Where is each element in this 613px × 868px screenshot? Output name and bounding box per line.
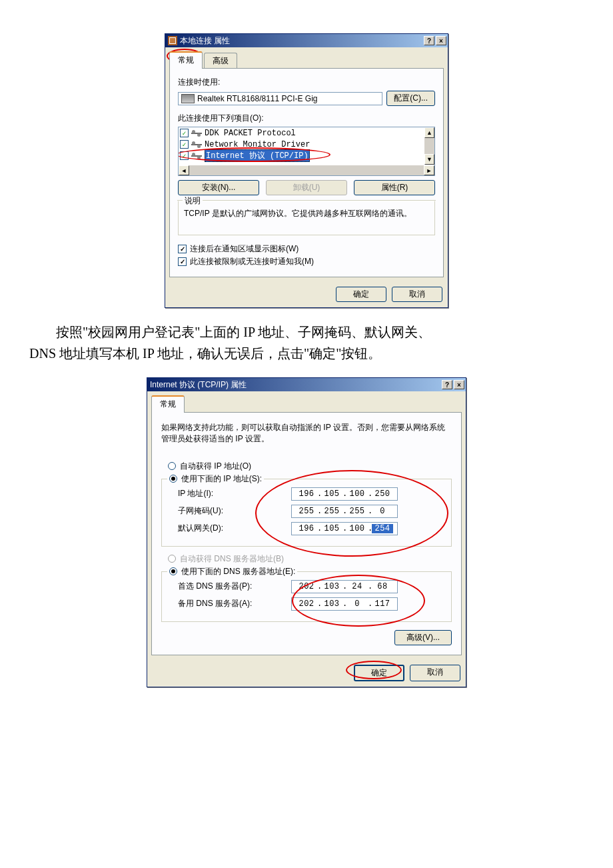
show-icon-checkbox[interactable]: 连接后在通知区域显示图标(W) [178,243,435,255]
dialog-title: Internet 协议 (TCP/IP) 属性 [150,379,442,391]
nic-icon [181,94,195,103]
protocol-icon [191,129,202,138]
connect-using-label: 连接时使用: [178,77,435,88]
alternate-dns-row: 备用 DNS 服务器(A): 202. 103. 0. 117 [178,597,446,611]
cancel-button[interactable]: 取消 [410,665,460,681]
vertical-scrollbar[interactable]: ▲ ▼ [424,127,434,165]
cancel-button[interactable]: 取消 [392,287,442,302]
adapter-field: Realtek RTL8168/8111 PCI-E Gig [178,92,382,105]
description-text: 如果网络支持此功能，则可以获取自动指派的 IP 设置。否则，您需要从网络系统管理… [161,422,452,445]
radio-icon[interactable] [169,567,177,575]
tab-strip: 常规 高级 [165,47,448,69]
ok-button[interactable]: 确定 [336,287,386,302]
tab-body-general: 如果网络支持此功能，则可以获取自动指派的 IP 设置。否则，您需要从网络系统管理… [151,412,462,655]
description-text: TCP/IP 是默认的广域网协议。它提供跨越多种互联网络的通讯。 [184,208,429,231]
radio-icon[interactable] [169,475,177,483]
list-item-selected[interactable]: Internet 协议 (TCP/IP) [179,150,424,161]
radio-icon[interactable] [168,462,176,470]
adapter-name: Realtek RTL8168/8111 PCI-E Gig [197,94,318,103]
dialog-title: 本地连接 属性 [180,35,424,47]
uninstall-button: 卸载(U) [266,180,347,195]
scroll-up-icon[interactable]: ▲ [424,127,434,138]
close-button[interactable]: × [436,36,446,45]
subnet-mask-input[interactable]: 255. 255. 255. 0 [291,505,398,518]
preferred-dns-input[interactable]: 202. 103. 24. 68 [291,580,398,593]
connection-icon [168,36,177,45]
checkbox-icon[interactable] [178,245,187,253]
protocol-icon [191,140,202,149]
list-item[interactable]: Network Monitor Driver [179,139,424,150]
preferred-dns-row: 首选 DNS 服务器(P): 202. 103. 24. 68 [178,580,446,593]
ok-button[interactable]: 确定 [354,665,404,681]
titlebar: 本地连接 属性 ? × [165,34,448,47]
help-button[interactable]: ? [424,36,434,45]
items-listbox-container: DDK PACKET Protocol Network Monitor Driv… [178,127,435,176]
horizontal-scrollbar[interactable]: ◄ ► [179,165,434,175]
close-button[interactable]: × [454,380,464,389]
tab-strip: 常规 [147,391,466,413]
tcpip-properties-dialog: Internet 协议 (TCP/IP) 属性 ? × 常规 如果网络支持此功能… [147,377,466,687]
items-label: 此连接使用下列项目(O): [178,113,435,124]
tab-general[interactable]: 常规 [151,395,185,413]
scroll-right-icon[interactable]: ► [424,165,434,175]
configure-button[interactable]: 配置(C)... [386,91,435,106]
radio-use-ip[interactable]: 使用下面的 IP 地址(S): [167,473,264,485]
checkbox-icon[interactable] [180,129,189,137]
radio-auto-ip[interactable]: 自动获得 IP 地址(O) [168,461,452,472]
dns-settings-group: 使用下面的 DNS 服务器地址(E): 首选 DNS 服务器(P): 202. … [161,571,452,622]
checkbox-icon[interactable] [180,151,189,160]
install-button[interactable]: 安装(N)... [178,180,259,195]
instruction-text: 按照"校园网用户登记表"上面的 IP 地址、子网掩码、默认网关、 DNS 地址填… [29,321,584,364]
gateway-input[interactable]: 196. 105. 100. 254 [291,522,398,535]
notify-checkbox[interactable]: 此连接被限制或无连接时通知我(M) [178,256,435,267]
items-listbox[interactable]: DDK PACKET Protocol Network Monitor Driv… [179,127,424,165]
gateway-row: 默认网关(D): 196. 105. 100. 254 [178,522,446,535]
radio-icon [168,555,176,563]
ip-address-row: IP 地址(I): 196. 105. 100. 250 [178,487,446,501]
advanced-button[interactable]: 高级(V)... [394,630,452,645]
subnet-mask-row: 子网掩码(U): 255. 255. 255. 0 [178,505,446,518]
checkbox-icon[interactable] [180,140,189,149]
alternate-dns-input[interactable]: 202. 103. 0. 117 [291,597,398,611]
help-button[interactable]: ? [442,380,452,389]
protocol-icon [191,151,202,161]
radio-auto-dns: 自动获得 DNS 服务器地址(B) [168,553,452,565]
radio-use-dns[interactable]: 使用下面的 DNS 服务器地址(E): [167,566,297,577]
titlebar: Internet 协议 (TCP/IP) 属性 ? × [147,378,466,391]
description-legend: 说明 [183,195,203,207]
scroll-down-icon[interactable]: ▼ [424,154,434,165]
tab-general[interactable]: 常规 [169,51,203,69]
tab-body-general: 连接时使用: Realtek RTL8168/8111 PCI-E Gig 配置… [169,68,444,277]
description-group: 说明 TCP/IP 是默认的广域网协议。它提供跨越多种互联网络的通讯。 [178,201,435,235]
list-item[interactable]: DDK PACKET Protocol [179,127,424,139]
tab-advanced[interactable]: 高级 [204,53,237,69]
ip-address-input[interactable]: 196. 105. 100. 250 [291,487,398,501]
properties-button[interactable]: 属性(R) [354,180,435,195]
checkbox-icon[interactable] [178,257,187,266]
ip-settings-group: 使用下面的 IP 地址(S): IP 地址(I): 196. 105. 100.… [161,479,452,547]
local-connection-properties-dialog: 本地连接 属性 ? × 常规 高级 连接时使用: Realtek RTL8168… [165,33,448,308]
scroll-left-icon[interactable]: ◄ [179,165,189,175]
